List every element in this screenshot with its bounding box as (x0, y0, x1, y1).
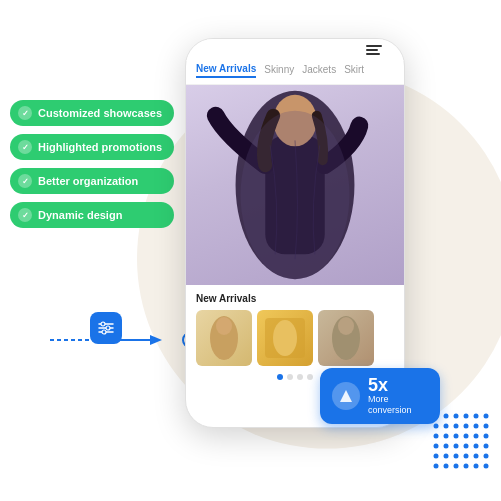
svg-point-14 (241, 111, 350, 279)
svg-point-8 (101, 322, 105, 326)
svg-point-42 (454, 444, 459, 449)
svg-point-31 (464, 424, 469, 429)
svg-point-22 (434, 414, 439, 419)
svg-point-53 (444, 464, 449, 469)
tab-new-arrivals[interactable]: New Arrivals (196, 61, 256, 78)
svg-point-34 (434, 434, 439, 439)
svg-marker-2 (150, 335, 162, 345)
check-icon-3: ✓ (18, 174, 32, 188)
phone-main-image (186, 85, 404, 285)
tab-skinny[interactable]: Skinny (264, 62, 294, 77)
svg-point-48 (454, 454, 459, 459)
svg-point-25 (464, 414, 469, 419)
svg-point-39 (484, 434, 489, 439)
tab-skirt[interactable]: Skirt (344, 62, 364, 77)
dot-1 (277, 374, 283, 380)
svg-point-16 (216, 317, 232, 335)
svg-point-24 (454, 414, 459, 419)
dot-pattern-decoration (431, 411, 491, 471)
svg-point-29 (444, 424, 449, 429)
badge-text: 5x Moreconversion (368, 376, 412, 416)
dot-pattern-svg (431, 411, 491, 471)
check-icon-4: ✓ (18, 208, 32, 222)
svg-point-44 (474, 444, 479, 449)
badge-alert-icon (332, 382, 360, 410)
pill-label-1: Customized showcases (38, 107, 162, 119)
pill-customized: ✓ Customized showcases (10, 100, 174, 126)
menu-line-1 (366, 45, 382, 47)
phone-tab-bar: New Arrivals Skinny Jackets Skirt (186, 61, 404, 85)
svg-point-33 (484, 424, 489, 429)
svg-point-43 (464, 444, 469, 449)
tab-jackets[interactable]: Jackets (302, 62, 336, 77)
svg-point-56 (474, 464, 479, 469)
svg-point-32 (474, 424, 479, 429)
svg-point-45 (484, 444, 489, 449)
check-icon-2: ✓ (18, 140, 32, 154)
svg-point-46 (434, 454, 439, 459)
feature-pills-container: ✓ Customized showcases ✓ Highlighted pro… (10, 100, 174, 228)
svg-point-36 (454, 434, 459, 439)
menu-line-3 (366, 53, 380, 55)
phone-status-bar (186, 39, 404, 61)
badge-multiplier: 5x (368, 376, 412, 394)
svg-point-54 (454, 464, 459, 469)
svg-marker-21 (340, 390, 352, 402)
thumbnail-1[interactable] (196, 310, 252, 366)
pill-dynamic: ✓ Dynamic design (10, 202, 174, 228)
dot-2 (287, 374, 293, 380)
svg-point-28 (434, 424, 439, 429)
svg-point-55 (464, 464, 469, 469)
dot-4 (307, 374, 313, 380)
thumbnail-row (196, 310, 394, 366)
pill-label-3: Better organization (38, 175, 138, 187)
svg-point-57 (484, 464, 489, 469)
menu-line-2 (366, 49, 378, 51)
svg-point-38 (474, 434, 479, 439)
pill-highlighted: ✓ Highlighted promotions (10, 134, 174, 160)
pill-label-2: Highlighted promotions (38, 141, 162, 153)
thumbnail-3[interactable] (318, 310, 374, 366)
pill-organization: ✓ Better organization (10, 168, 174, 194)
svg-point-51 (484, 454, 489, 459)
svg-point-40 (434, 444, 439, 449)
svg-point-35 (444, 434, 449, 439)
triangle-icon (339, 389, 353, 403)
svg-point-18 (273, 320, 297, 356)
pill-label-4: Dynamic design (38, 209, 122, 221)
filter-icon-box[interactable] (90, 312, 122, 344)
svg-point-52 (434, 464, 439, 469)
product-image (186, 85, 404, 285)
dot-3 (297, 374, 303, 380)
svg-point-27 (484, 414, 489, 419)
thumbnail-2[interactable] (257, 310, 313, 366)
svg-point-20 (338, 317, 354, 335)
conversion-badge: 5x Moreconversion (320, 368, 440, 424)
check-icon-1: ✓ (18, 106, 32, 120)
badge-description: Moreconversion (368, 394, 412, 416)
svg-point-50 (474, 454, 479, 459)
svg-point-9 (106, 326, 110, 330)
filter-icon (97, 319, 115, 337)
svg-point-26 (474, 414, 479, 419)
hamburger-menu[interactable] (356, 41, 392, 59)
svg-point-37 (464, 434, 469, 439)
svg-point-47 (444, 454, 449, 459)
svg-point-49 (464, 454, 469, 459)
svg-point-41 (444, 444, 449, 449)
svg-point-23 (444, 414, 449, 419)
new-arrivals-bottom-label: New Arrivals (196, 293, 394, 304)
svg-point-10 (102, 330, 106, 334)
svg-point-30 (454, 424, 459, 429)
